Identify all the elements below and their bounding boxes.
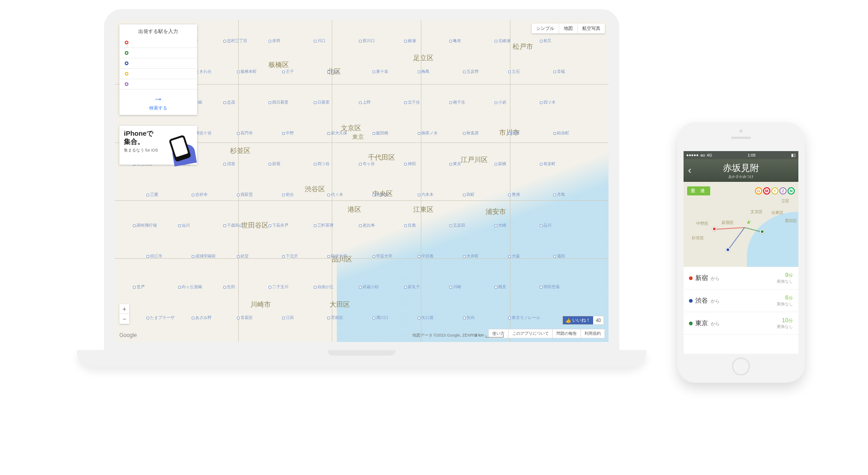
map-station-label: 新丸子 [404, 284, 420, 290]
station-dot-icon [125, 41, 128, 44]
footer-link[interactable]: このアプリについて [509, 329, 553, 338]
result-title: 赤坂見附 [723, 162, 759, 174]
map-station-label: 矢口渡 [418, 315, 434, 321]
station-input-row[interactable] [119, 69, 197, 79]
map-water [337, 149, 609, 342]
map-station-label: 学芸大学 [373, 253, 392, 259]
map-station-label: 成城学園前 [192, 253, 216, 259]
zoom-out-button[interactable]: − [119, 314, 129, 324]
map-station-label: 羽田空港 [540, 284, 560, 290]
result-row[interactable]: 東京 から 10分 乗換なし [684, 312, 798, 335]
footer-link[interactable]: 利用規約 [581, 329, 605, 338]
laptop-notch [328, 350, 396, 356]
search-button[interactable]: → 検索する [119, 90, 197, 115]
panel-title: 出発する駅を入力 [119, 24, 197, 38]
facebook-like-widget[interactable]: 👍いいね！ 40 [562, 316, 604, 325]
map-station-label: 目黒 [404, 223, 416, 228]
map-district-label: 江戸川区 [461, 156, 488, 164]
map-station-label: 駒沢大学 [327, 253, 347, 259]
line-chip-icon: Y [771, 187, 778, 195]
map-station-label: 新大久保 [327, 130, 347, 136]
map-station-label: 武蔵小杉 [359, 284, 379, 290]
map-station-label: 錦糸町 [553, 130, 569, 136]
promo-panel[interactable]: iPhoneで 集合。 集まるなう for iOS [119, 126, 197, 165]
map-station-label: 東十条 [373, 69, 388, 75]
map-station-label: 溝の口 [373, 315, 388, 321]
phone-mockup: ●●●●● au 4G 1:05 ▮▯ ‹ 赤坂見附 あかさかみつけ 中野区新宿… [677, 122, 805, 383]
origin-point-icon [760, 229, 764, 234]
station-dot-icon [125, 62, 128, 65]
row-from: から [711, 298, 720, 304]
map-district-label: 浦安市 [486, 208, 506, 216]
zoom-in-button[interactable]: + [119, 304, 129, 314]
map-station-label: 自由が丘 [314, 284, 334, 290]
row-station: 渋谷 [695, 297, 708, 305]
promo-title-2: 集合。 [124, 138, 144, 145]
map-station-label: 仙川 [178, 223, 190, 228]
result-row[interactable]: 新宿 から 9分 乗換なし [684, 267, 798, 290]
map-station-label: 川口 [314, 38, 326, 44]
fb-label: いいね！ [572, 317, 590, 323]
map-station-label: 月島 [553, 192, 565, 198]
map-station-label: 調布飛行場 [133, 223, 157, 228]
line-chip-icon: M [763, 187, 770, 195]
map-type-option[interactable]: 地図 [559, 24, 577, 33]
map-station-label: 梅島 [418, 69, 429, 75]
map-station-label: 新宿 [269, 161, 280, 167]
map-station-label: 南千住 [449, 100, 465, 105]
map-station-label: 生田 [223, 284, 235, 290]
map-station-label: 日暮里 [314, 100, 330, 105]
station-input-row[interactable] [119, 79, 197, 90]
map-station-label: 新橋 [495, 161, 506, 167]
origin-point-icon [712, 227, 717, 231]
footer-link[interactable]: 問題の報告 [553, 329, 581, 338]
svg-point-0 [747, 222, 749, 223]
arrow-right-icon: → [119, 94, 197, 104]
map-station-label: 川崎 [449, 284, 461, 290]
station-input-row[interactable] [119, 48, 197, 58]
map-station-label: 豊洲 [508, 192, 520, 198]
phone-camera-icon [740, 129, 743, 133]
row-station: 新宿 [695, 274, 708, 282]
line-chip-icon: N [788, 187, 795, 195]
station-input-row[interactable] [119, 58, 197, 69]
map-station-label: 白山 [327, 69, 339, 75]
map-type-option[interactable]: 航空写真 [577, 24, 605, 33]
route-line [714, 227, 745, 230]
map-station-label: 沼袋 [223, 161, 235, 167]
map-station-label: 北千住 [404, 100, 420, 105]
map-station-label: 宮前区 [327, 315, 343, 321]
origin-point-icon [726, 247, 730, 252]
map-station-label: 下北沢 [282, 253, 298, 259]
map-station-label: 東京 [449, 161, 461, 167]
result-row[interactable]: 渋谷 から 6分 乗換なし [684, 290, 798, 312]
map-type-option[interactable]: シンプル [532, 24, 559, 33]
meeting-point-icon [745, 219, 752, 227]
map-station-label: 三鷹 [146, 192, 158, 198]
map-station-label: 品川 [540, 223, 552, 228]
carrier-label: au [700, 153, 705, 157]
promo-title-1: iPhoneで [124, 129, 153, 137]
station-input-row[interactable] [119, 38, 197, 48]
row-dot-icon [689, 322, 693, 325]
map-station-label: 小岩 [495, 100, 506, 105]
scale-label: 2 km [475, 333, 484, 337]
google-logo: Google [119, 332, 137, 338]
home-button[interactable] [732, 357, 750, 375]
map-district-label: 世田谷区 [241, 221, 269, 230]
map-station-label: 四ツ谷 [314, 161, 330, 167]
phone-map-label: 墨田区 [785, 218, 797, 224]
laptop-mockup: 板橋区足立区松戸市北区文京区東京杉並区千代田区江戸川区渋谷区中央区港区江東区世田… [77, 9, 646, 407]
map-station-label: あざみ野 [192, 315, 212, 321]
map-station-label: 有楽町 [540, 161, 556, 167]
map-district-label: 大田区 [330, 300, 350, 309]
map-station-label: 赤羽 [269, 38, 280, 44]
back-button[interactable]: ‹ [688, 165, 691, 176]
phone-map-label: 新宿区 [722, 220, 734, 226]
map-station-label: 志茂 [223, 100, 235, 105]
map-station-label: 向ヶ丘遊園 [178, 284, 202, 290]
map-station-label: 西荻窪 [237, 192, 253, 198]
map-canvas[interactable]: 板橋区足立区松戸市北区文京区東京杉並区千代田区江戸川区渋谷区中央区港区江東区世田… [115, 20, 609, 342]
map-station-label: 西日暮里 [269, 100, 288, 105]
laptop-screen: 板橋区足立区松戸市北区文京区東京杉並区千代田区江戸川区渋谷区中央区港区江東区世田… [104, 9, 619, 353]
